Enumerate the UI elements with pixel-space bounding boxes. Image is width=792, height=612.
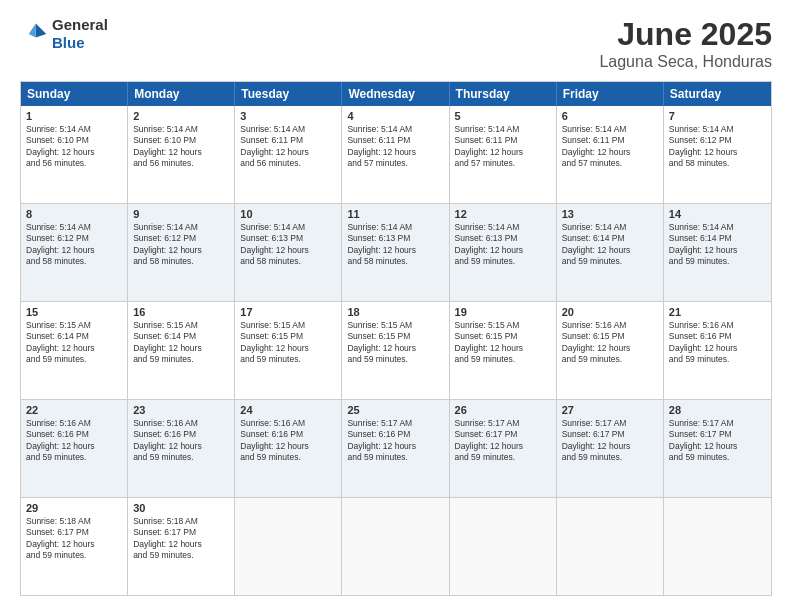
- cell-text: Sunrise: 5:14 AMSunset: 6:12 PMDaylight:…: [133, 222, 229, 268]
- day-num: 26: [455, 404, 551, 416]
- cell-1-fri: 6 Sunrise: 5:14 AMSunset: 6:11 PMDayligh…: [557, 106, 664, 203]
- cell-4-fri: 27 Sunrise: 5:17 AMSunset: 6:17 PMDaylig…: [557, 400, 664, 497]
- day-num: 18: [347, 306, 443, 318]
- day-num: 22: [26, 404, 122, 416]
- day-num: 25: [347, 404, 443, 416]
- cell-4-sun: 22 Sunrise: 5:16 AMSunset: 6:16 PMDaylig…: [21, 400, 128, 497]
- day-num: 1: [26, 110, 122, 122]
- cell-text: Sunrise: 5:16 AMSunset: 6:15 PMDaylight:…: [562, 320, 658, 366]
- cell-text: Sunrise: 5:14 AMSunset: 6:14 PMDaylight:…: [562, 222, 658, 268]
- cell-text: Sunrise: 5:15 AMSunset: 6:14 PMDaylight:…: [26, 320, 122, 366]
- day-num: 10: [240, 208, 336, 220]
- cell-2-thu: 12 Sunrise: 5:14 AMSunset: 6:13 PMDaylig…: [450, 204, 557, 301]
- day-num: 20: [562, 306, 658, 318]
- page: General Blue June 2025 Laguna Seca, Hond…: [0, 0, 792, 612]
- cell-text: Sunrise: 5:14 AMSunset: 6:11 PMDaylight:…: [455, 124, 551, 170]
- header-monday: Monday: [128, 82, 235, 106]
- cell-text: Sunrise: 5:17 AMSunset: 6:16 PMDaylight:…: [347, 418, 443, 464]
- main-title: June 2025: [599, 16, 772, 53]
- title-block: June 2025 Laguna Seca, Honduras: [599, 16, 772, 71]
- cell-5-sat: [664, 498, 771, 595]
- cell-2-tue: 10 Sunrise: 5:14 AMSunset: 6:13 PMDaylig…: [235, 204, 342, 301]
- svg-marker-0: [36, 24, 47, 38]
- cell-text: Sunrise: 5:16 AMSunset: 6:16 PMDaylight:…: [240, 418, 336, 464]
- cell-3-mon: 16 Sunrise: 5:15 AMSunset: 6:14 PMDaylig…: [128, 302, 235, 399]
- cell-1-sat: 7 Sunrise: 5:14 AMSunset: 6:12 PMDayligh…: [664, 106, 771, 203]
- day-num: 29: [26, 502, 122, 514]
- cell-text: Sunrise: 5:16 AMSunset: 6:16 PMDaylight:…: [133, 418, 229, 464]
- cell-3-thu: 19 Sunrise: 5:15 AMSunset: 6:15 PMDaylig…: [450, 302, 557, 399]
- cell-3-sat: 21 Sunrise: 5:16 AMSunset: 6:16 PMDaylig…: [664, 302, 771, 399]
- day-num: 12: [455, 208, 551, 220]
- header-friday: Friday: [557, 82, 664, 106]
- day-num: 5: [455, 110, 551, 122]
- cal-row-3: 15 Sunrise: 5:15 AMSunset: 6:14 PMDaylig…: [21, 301, 771, 399]
- cell-2-sat: 14 Sunrise: 5:14 AMSunset: 6:14 PMDaylig…: [664, 204, 771, 301]
- day-num: 9: [133, 208, 229, 220]
- day-num: 28: [669, 404, 766, 416]
- cell-text: Sunrise: 5:14 AMSunset: 6:11 PMDaylight:…: [562, 124, 658, 170]
- day-num: 7: [669, 110, 766, 122]
- day-num: 21: [669, 306, 766, 318]
- cell-text: Sunrise: 5:18 AMSunset: 6:17 PMDaylight:…: [133, 516, 229, 562]
- cell-text: Sunrise: 5:16 AMSunset: 6:16 PMDaylight:…: [669, 320, 766, 366]
- cell-1-tue: 3 Sunrise: 5:14 AMSunset: 6:11 PMDayligh…: [235, 106, 342, 203]
- cal-row-5: 29 Sunrise: 5:18 AMSunset: 6:17 PMDaylig…: [21, 497, 771, 595]
- cell-2-mon: 9 Sunrise: 5:14 AMSunset: 6:12 PMDayligh…: [128, 204, 235, 301]
- cell-1-sun: 1 Sunrise: 5:14 AMSunset: 6:10 PMDayligh…: [21, 106, 128, 203]
- cal-row-4: 22 Sunrise: 5:16 AMSunset: 6:16 PMDaylig…: [21, 399, 771, 497]
- cell-text: Sunrise: 5:17 AMSunset: 6:17 PMDaylight:…: [455, 418, 551, 464]
- cell-4-wed: 25 Sunrise: 5:17 AMSunset: 6:16 PMDaylig…: [342, 400, 449, 497]
- day-num: 2: [133, 110, 229, 122]
- cell-1-thu: 5 Sunrise: 5:14 AMSunset: 6:11 PMDayligh…: [450, 106, 557, 203]
- day-num: 14: [669, 208, 766, 220]
- logo-line2: Blue: [52, 34, 108, 52]
- cell-text: Sunrise: 5:14 AMSunset: 6:10 PMDaylight:…: [133, 124, 229, 170]
- cell-5-tue: [235, 498, 342, 595]
- svg-marker-1: [29, 24, 36, 38]
- cell-text: Sunrise: 5:17 AMSunset: 6:17 PMDaylight:…: [562, 418, 658, 464]
- calendar-body: 1 Sunrise: 5:14 AMSunset: 6:10 PMDayligh…: [21, 106, 771, 595]
- header: General Blue June 2025 Laguna Seca, Hond…: [20, 16, 772, 71]
- day-num: 4: [347, 110, 443, 122]
- day-num: 11: [347, 208, 443, 220]
- cell-text: Sunrise: 5:14 AMSunset: 6:13 PMDaylight:…: [240, 222, 336, 268]
- cell-4-mon: 23 Sunrise: 5:16 AMSunset: 6:16 PMDaylig…: [128, 400, 235, 497]
- cell-4-thu: 26 Sunrise: 5:17 AMSunset: 6:17 PMDaylig…: [450, 400, 557, 497]
- cell-3-fri: 20 Sunrise: 5:16 AMSunset: 6:15 PMDaylig…: [557, 302, 664, 399]
- day-num: 15: [26, 306, 122, 318]
- cell-text: Sunrise: 5:14 AMSunset: 6:12 PMDaylight:…: [26, 222, 122, 268]
- cell-text: Sunrise: 5:14 AMSunset: 6:12 PMDaylight:…: [669, 124, 766, 170]
- day-num: 13: [562, 208, 658, 220]
- calendar: Sunday Monday Tuesday Wednesday Thursday…: [20, 81, 772, 596]
- header-saturday: Saturday: [664, 82, 771, 106]
- logo-line1: General: [52, 16, 108, 34]
- cell-5-sun: 29 Sunrise: 5:18 AMSunset: 6:17 PMDaylig…: [21, 498, 128, 595]
- cell-2-fri: 13 Sunrise: 5:14 AMSunset: 6:14 PMDaylig…: [557, 204, 664, 301]
- cell-text: Sunrise: 5:14 AMSunset: 6:13 PMDaylight:…: [347, 222, 443, 268]
- logo-icon: [20, 20, 48, 48]
- day-num: 24: [240, 404, 336, 416]
- cell-text: Sunrise: 5:14 AMSunset: 6:14 PMDaylight:…: [669, 222, 766, 268]
- cell-1-wed: 4 Sunrise: 5:14 AMSunset: 6:11 PMDayligh…: [342, 106, 449, 203]
- cell-1-mon: 2 Sunrise: 5:14 AMSunset: 6:10 PMDayligh…: [128, 106, 235, 203]
- cell-5-mon: 30 Sunrise: 5:18 AMSunset: 6:17 PMDaylig…: [128, 498, 235, 595]
- cell-5-fri: [557, 498, 664, 595]
- day-num: 30: [133, 502, 229, 514]
- day-num: 3: [240, 110, 336, 122]
- cell-5-thu: [450, 498, 557, 595]
- subtitle: Laguna Seca, Honduras: [599, 53, 772, 71]
- cell-2-wed: 11 Sunrise: 5:14 AMSunset: 6:13 PMDaylig…: [342, 204, 449, 301]
- day-num: 6: [562, 110, 658, 122]
- cell-text: Sunrise: 5:16 AMSunset: 6:16 PMDaylight:…: [26, 418, 122, 464]
- cell-text: Sunrise: 5:14 AMSunset: 6:11 PMDaylight:…: [347, 124, 443, 170]
- day-num: 27: [562, 404, 658, 416]
- logo: General Blue: [20, 16, 108, 52]
- cell-4-sat: 28 Sunrise: 5:17 AMSunset: 6:17 PMDaylig…: [664, 400, 771, 497]
- header-sunday: Sunday: [21, 82, 128, 106]
- day-num: 19: [455, 306, 551, 318]
- header-tuesday: Tuesday: [235, 82, 342, 106]
- cell-2-sun: 8 Sunrise: 5:14 AMSunset: 6:12 PMDayligh…: [21, 204, 128, 301]
- day-num: 23: [133, 404, 229, 416]
- header-thursday: Thursday: [450, 82, 557, 106]
